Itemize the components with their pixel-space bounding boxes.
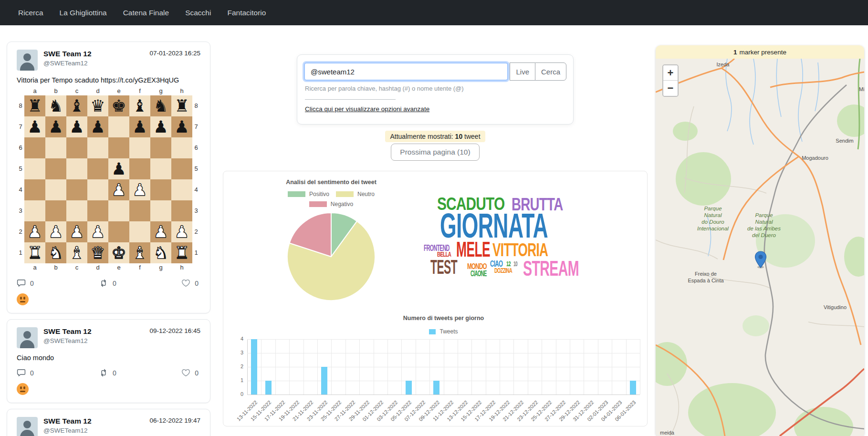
board-rank-label: 6 [17, 137, 24, 158]
sentiment-neutral-emoji [17, 383, 29, 395]
x-axis-tick: 15-11-2022 [238, 399, 272, 434]
chess-piece: ♟ [111, 161, 126, 177]
retweet-button[interactable]: 0 [99, 279, 116, 288]
reply-button[interactable]: 0 [17, 279, 34, 288]
board-rank-label: 4 [17, 179, 24, 200]
next-page-row: Prossima pagina (10) [297, 144, 574, 161]
reply-button-count: 0 [30, 369, 34, 377]
board-file-label: d [87, 263, 108, 272]
bar-15-11-2022 [265, 381, 272, 394]
park1-line4: Internacional [697, 226, 729, 231]
results-suffix: tweet [464, 133, 480, 140]
bar-05-12-2022 [406, 381, 412, 394]
x-axis-tick: 17-11-2022 [252, 399, 286, 434]
board-square: ♜ [171, 242, 192, 263]
bar-23-11-2022 [321, 367, 327, 394]
avatar [17, 327, 38, 348]
board-square: ♞ [45, 95, 66, 116]
chess-piece: ♛ [90, 98, 105, 114]
live-button[interactable]: Live [510, 62, 535, 81]
bar-chart-title: Numero di tweets per giorno [247, 315, 640, 322]
bar-09-12-2022 [433, 381, 439, 394]
chess-piece: ♟ [90, 119, 105, 135]
board-square: ♞ [150, 242, 171, 263]
marker-banner-text: marker presente [740, 49, 786, 56]
retweet-button[interactable]: 0 [99, 368, 116, 377]
board-square [24, 179, 45, 200]
results-prefix: Attualmente mostrati: [390, 133, 453, 140]
reply-button-count: 0 [30, 280, 34, 287]
legend-positivo[interactable]: Positivo [288, 191, 329, 197]
board-square: ♞ [45, 242, 66, 263]
reply-button[interactable]: 0 [17, 368, 34, 377]
zoom-in-button[interactable]: + [663, 65, 678, 81]
x-axis-tick: 31-12-2022 [560, 399, 595, 434]
x-axis-tick: 13-11-2022 [224, 399, 258, 434]
map-zoom-control: + − [662, 64, 679, 97]
board-square [129, 200, 150, 221]
board-square [87, 200, 108, 221]
map-label-vitigudino: Vitigudino [824, 304, 847, 310]
tweet-author-name: SWE Team 12 [43, 417, 149, 426]
advanced-options-link[interactable]: Clicca qui per visualizzare opzioni avan… [305, 105, 429, 113]
zoom-out-button[interactable]: − [663, 81, 678, 96]
board-square [45, 137, 66, 158]
like-button[interactable]: 0 [181, 368, 199, 377]
map-label-mi: Mi [859, 86, 864, 92]
board-rank-label: 7 [192, 116, 200, 137]
like-button[interactable]: 0 [181, 279, 199, 288]
board-square: ♜ [24, 242, 45, 263]
like-button-count: 0 [195, 280, 199, 287]
board-rank-label: 8 [192, 95, 200, 116]
nav-item-scacchi[interactable]: Scacchi [185, 9, 211, 17]
results-count: 10 [455, 133, 463, 140]
x-axis-tick: 02-01-2023 [575, 399, 609, 434]
park1-line1: Parque [704, 206, 722, 211]
board-square [171, 179, 192, 200]
board-square: ♟ [150, 221, 171, 242]
y-axis-tick: 1 [229, 377, 243, 383]
board-square: ♝ [129, 242, 150, 263]
board-file-label: g [150, 263, 171, 272]
x-axis-tick: 05-12-2022 [378, 399, 412, 434]
x-axis-tick: 29-12-2022 [546, 399, 581, 434]
tweet-author-handle: @SWETeam12 [43, 427, 149, 434]
nav-item-ricerca[interactable]: Ricerca [18, 9, 43, 17]
search-input[interactable] [304, 62, 508, 81]
board-square [129, 137, 150, 158]
top-navbar: RicercaLa GhigliottinaCatena FinaleScacc… [0, 0, 868, 25]
nav-item-la-ghigliottina[interactable]: La Ghigliottina [60, 9, 107, 17]
chess-piece: ♟ [90, 224, 105, 240]
x-axis-tick: 06-01-2023 [603, 399, 637, 434]
nav-item-fantacitorio[interactable]: Fantacitorio [227, 9, 266, 17]
legend-negativo[interactable]: Negativo [309, 201, 353, 208]
x-axis-tick: 25-12-2022 [518, 399, 553, 434]
nav-item-catena-finale[interactable]: Catena Finale [123, 9, 169, 17]
y-axis-tick: 2 [229, 363, 243, 369]
map-area[interactable]: Izeda Sendim Mogadouro Vitigudino meida … [656, 59, 864, 436]
board-square: ♟ [45, 116, 66, 137]
board-rank-label: 4 [192, 179, 200, 200]
map-label-meida: meida [660, 430, 675, 436]
legend-neutro[interactable]: Neutro [336, 191, 375, 197]
search-card: Live Cerca Ricerca per parola chiave, ha… [297, 54, 574, 125]
retweet-icon [99, 279, 108, 288]
marker-count: 1 [733, 49, 737, 56]
park2-line4: del Duero [752, 232, 776, 238]
chess-piece: ♟ [153, 224, 168, 240]
board-square [108, 221, 129, 242]
pie-legend-row-1: Positivo Neutro [233, 191, 429, 197]
board-file-label: f [129, 263, 150, 272]
board-rank-label: 5 [17, 158, 24, 179]
board-square [129, 158, 150, 179]
search-button[interactable]: Cerca [535, 62, 566, 81]
park2-line1: Parque [755, 212, 773, 218]
next-page-button[interactable]: Prossima pagina (10) [391, 144, 479, 161]
board-square [171, 200, 192, 221]
heart-icon [181, 368, 190, 377]
board-square: ♟ [129, 116, 150, 137]
heart-icon [181, 279, 190, 288]
chess-piece: ♞ [48, 245, 63, 261]
board-file-label: d [87, 87, 108, 95]
park2-line3: de las Arribes [747, 226, 781, 231]
